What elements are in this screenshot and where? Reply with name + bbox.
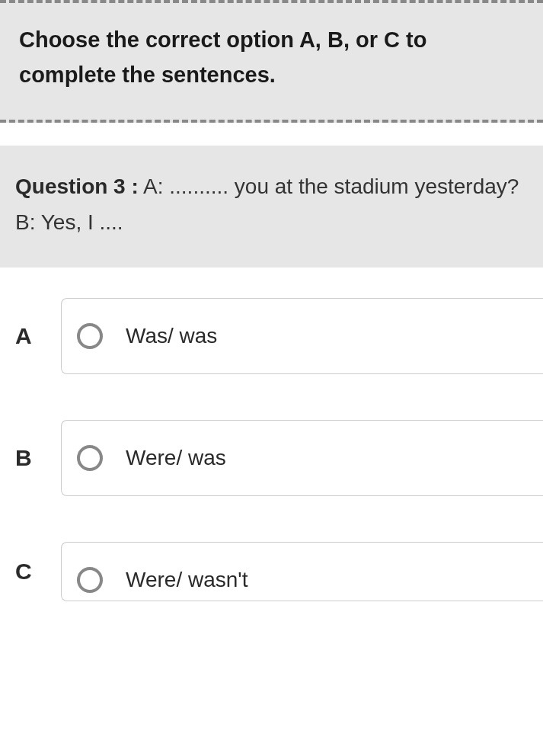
option-row-a: A Was/ was <box>0 298 543 374</box>
option-card-c[interactable]: Were/ wasn't <box>61 542 543 601</box>
option-text: Were/ was <box>126 446 226 470</box>
option-text: Was/ was <box>126 324 217 348</box>
option-text: Were/ wasn't <box>126 568 248 592</box>
option-letter: C <box>15 559 61 585</box>
question-block: Question 3 : A: .......... you at the st… <box>0 146 543 267</box>
spacer <box>0 123 543 146</box>
option-card-a[interactable]: Was/ was <box>61 298 543 374</box>
option-letter: A <box>15 323 61 349</box>
option-card-b[interactable]: Were/ was <box>61 420 543 496</box>
radio-icon[interactable] <box>77 323 103 349</box>
options-area: A Was/ was B Were/ was C Were/ wasn't <box>0 267 543 601</box>
question-text: Question 3 : A: .......... you at the st… <box>15 168 528 241</box>
option-row-b: B Were/ was <box>0 420 543 496</box>
option-row-c: C Were/ wasn't <box>0 542 543 601</box>
question-label: Question 3 : <box>15 175 139 198</box>
instructions-block: Choose the correct option A, B, or C to … <box>0 0 543 123</box>
instructions-text: Choose the correct option A, B, or C to … <box>19 22 524 93</box>
radio-icon[interactable] <box>77 445 103 471</box>
radio-icon[interactable] <box>77 567 103 593</box>
option-letter: B <box>15 445 61 471</box>
